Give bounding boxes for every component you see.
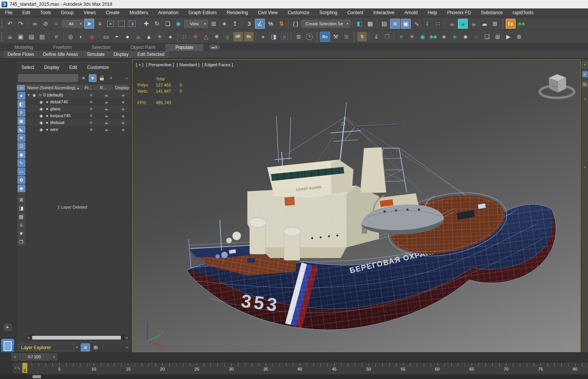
select-and-rotate-button[interactable]: ↻ (152, 19, 162, 29)
render-presets-button[interactable]: ⊞ (490, 19, 500, 29)
toolbar-separator[interactable] (99, 32, 99, 41)
crossing-selection-button[interactable] (116, 19, 126, 29)
layer-row[interactable]: ◉ ● lifeboat ❄ ☕ ◈ (26, 119, 130, 126)
schematic-view-button[interactable]: ∷ (433, 19, 443, 29)
viewport-menu-shading[interactable]: [ Standard ] (176, 62, 199, 67)
time-ruler[interactable]: 5101520253035404550556065707580 0 (23, 362, 588, 375)
filter-hidden-button[interactable]: ◉ (18, 185, 25, 192)
toolbar-separator[interactable] (502, 19, 504, 29)
toolbar-separator[interactable] (377, 19, 377, 28)
sphere-preview-button[interactable]: ● (258, 32, 268, 42)
menu-item[interactable]: Create (101, 8, 124, 17)
filter-lights-button[interactable]: ¤ (18, 109, 25, 116)
corona-light-button[interactable]: ¤ (396, 32, 406, 42)
layer-row[interactable]: ▼ ◉ ≋ 0 (default) ❄ ☕ ◈ (26, 91, 130, 98)
pyramid-helper-button[interactable]: △ (201, 32, 211, 42)
scrollbar-thumb[interactable] (32, 336, 121, 340)
camera-add-button[interactable]: ⊕ (514, 32, 524, 42)
menu-item[interactable]: Graph Editors (183, 8, 222, 17)
scroll-right-icon[interactable]: > (124, 336, 129, 340)
filter-xrefs-button[interactable]: ◉ (18, 151, 25, 158)
video-preview-button[interactable]: ▶ (503, 32, 513, 42)
filter-cameras-button[interactable]: ▣ (18, 117, 25, 125)
render-region-button[interactable]: ◉ (279, 32, 289, 42)
toolbar-separator[interactable] (177, 32, 178, 41)
explorer-menu-display[interactable]: Display (44, 65, 59, 70)
rectangular-selection-region-button[interactable]: ■ (106, 19, 116, 29)
viewcube[interactable]: FRONT (540, 74, 574, 98)
align-button[interactable]: ▦ (365, 19, 375, 29)
menu-item[interactable]: File (0, 8, 17, 17)
layer-row[interactable]: ◉ ● korpus745 ❄ ☕ ◈ (26, 112, 130, 119)
expand-panel-button[interactable]: ▶ (4, 324, 11, 331)
explorer-menu-customize[interactable]: Customize (87, 65, 109, 70)
render-setup-button[interactable]: ☕ (447, 19, 457, 29)
export-assets-button[interactable]: ❐ (382, 32, 392, 42)
undo-button[interactable]: ↶ (5, 19, 15, 29)
dome-light-button[interactable]: ◓ (112, 32, 122, 42)
menu-item[interactable]: Interactive (368, 8, 399, 17)
tab-populate[interactable]: Populate (165, 44, 203, 51)
freeze-icon[interactable]: ❄ (83, 114, 99, 118)
simulate-button[interactable]: Simulate (83, 51, 109, 58)
particles-button[interactable]: ❖ (190, 32, 200, 42)
toolbar-separator[interactable] (291, 32, 292, 41)
viewport-menu-pov[interactable]: [ Perspective ] (146, 62, 174, 67)
keyboard-override-button[interactable]: ↥ (230, 19, 240, 29)
display-list-button[interactable]: ≣ (18, 196, 25, 204)
select-and-link-button[interactable]: ∞ (30, 19, 40, 29)
scroll-left-icon[interactable]: < (26, 336, 31, 340)
layer-row[interactable]: ◉ ● glass ❄ ☕ ◈ (26, 105, 130, 112)
rollout-arrow-icon[interactable]: ▾ (583, 166, 586, 169)
select-and-place-button[interactable]: ◉ (173, 19, 183, 29)
mini-curve-editor-button[interactable]: ≡∿ (13, 363, 22, 373)
display-button[interactable]: Display (109, 51, 132, 58)
eye-icon[interactable]: ◉ (38, 127, 44, 132)
eye-icon[interactable]: ◉ (38, 114, 44, 118)
toolbar-separator[interactable] (49, 32, 49, 41)
menu-item[interactable]: Arnold (399, 8, 423, 17)
tree-page-button[interactable]: ♣ (461, 32, 470, 42)
display-as-icon[interactable]: ◈ (116, 114, 130, 118)
scatter-button[interactable]: ∷ (180, 32, 189, 42)
freeze-icon[interactable]: ❄ (83, 93, 99, 97)
boat-model[interactable]: 353 БЕРЕГОВАЯ ОХРАНА (187, 103, 556, 330)
render-production-button[interactable]: ☕ (469, 19, 479, 29)
corona-sun-button[interactable]: ☀ (407, 32, 417, 42)
select-and-manipulate-button[interactable]: ∗ (219, 19, 229, 29)
tab-modeling[interactable]: Modeling (5, 44, 43, 51)
renderable-icon[interactable]: ☕ (99, 120, 114, 125)
display-as-icon[interactable]: ◈ (116, 121, 130, 125)
grass-generator-button[interactable]: ψ (222, 32, 232, 42)
column-display-as[interactable]: Display a... (114, 85, 130, 91)
filter-helpers-button[interactable]: ◣ (18, 126, 25, 133)
toolbar-separator[interactable] (316, 32, 318, 42)
menu-item[interactable]: Rendering (222, 8, 253, 17)
explorer-menu-edit[interactable]: Edit (69, 65, 77, 70)
menu-item[interactable]: Modifiers (124, 8, 153, 17)
explorer-horizontal-scrollbar[interactable]: < > (26, 335, 129, 340)
layer-copy-button[interactable]: ❏ (482, 32, 492, 42)
light-lister-button[interactable]: ¤ (51, 32, 61, 42)
toolbar-grip[interactable] (1, 32, 3, 42)
sun-light-button[interactable]: ☀ (155, 32, 165, 42)
corona-camera-button[interactable]: ◉ (418, 32, 428, 42)
toolbar-separator[interactable] (288, 19, 289, 28)
sphere-light-button[interactable]: ● (122, 32, 132, 42)
time-slider-handle[interactable]: 0 (22, 363, 28, 373)
tree-edit-button[interactable]: ♣ (450, 32, 460, 42)
filter-divider[interactable] (18, 194, 25, 194)
camera-lister-button[interactable]: ◎ (65, 32, 75, 42)
filter-icon[interactable]: ▼ (89, 74, 96, 82)
toolbar-separator[interactable] (352, 19, 353, 28)
light-plane-button[interactable]: ▭ (101, 32, 111, 42)
unlink-selection-button[interactable]: ⊘ (41, 19, 51, 29)
explorer-menu-select[interactable]: Select (21, 65, 34, 70)
wolf-tool-button[interactable]: ♞ (18, 221, 25, 229)
explorer-overflow-chevrons[interactable]: » (126, 76, 128, 80)
toolbar-separator[interactable] (242, 19, 242, 28)
freeze-icon[interactable]: ❄ (83, 107, 99, 111)
tree-list-button[interactable]: ♣ (439, 32, 449, 42)
menu-item[interactable]: Group (56, 8, 78, 17)
render-settings-button[interactable]: ▥ (37, 32, 47, 42)
